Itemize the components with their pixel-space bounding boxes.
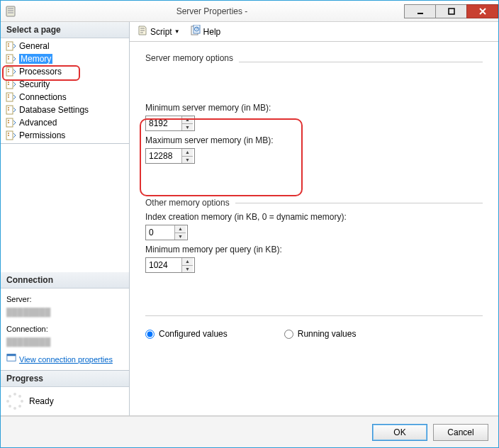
help-icon: ? bbox=[190, 25, 201, 38]
sidebar-page-processors[interactable]: Processors bbox=[1, 65, 129, 78]
maximize-button[interactable] bbox=[435, 4, 467, 18]
dialog-footer: OK Cancel bbox=[1, 416, 498, 447]
page-label: Memory bbox=[19, 54, 52, 64]
sidebar-page-general[interactable]: General bbox=[1, 40, 129, 52]
cancel-button[interactable]: Cancel bbox=[433, 424, 488, 441]
sidebar-page-advanced[interactable]: Advanced bbox=[1, 116, 129, 129]
min-memory-label: Minimum server memory (in MB): bbox=[145, 103, 483, 113]
svg-point-36 bbox=[21, 400, 23, 403]
svg-point-38 bbox=[13, 407, 16, 410]
page-label: Connections bbox=[19, 92, 67, 102]
svg-point-25 bbox=[8, 109, 9, 111]
spin-up-icon[interactable]: ▲ bbox=[182, 149, 193, 157]
connection-header: Connection bbox=[1, 272, 129, 289]
select-page-header: Select a page bbox=[1, 22, 129, 38]
dropdown-arrow-icon: ▼ bbox=[174, 28, 180, 35]
index-memory-label: Index creation memory (in KB, 0 = dynami… bbox=[145, 212, 483, 222]
configured-values-radio[interactable]: Configured values bbox=[145, 329, 228, 339]
spin-up-icon[interactable]: ▲ bbox=[182, 116, 193, 124]
svg-rect-8 bbox=[6, 42, 13, 50]
svg-point-40 bbox=[6, 400, 9, 403]
min-memory-input[interactable]: ▲▼ bbox=[145, 116, 195, 131]
svg-rect-26 bbox=[6, 118, 13, 127]
page-label: Advanced bbox=[19, 118, 57, 128]
index-memory-field[interactable] bbox=[146, 225, 174, 240]
max-memory-input[interactable]: ▲▼ bbox=[145, 148, 195, 164]
close-button[interactable] bbox=[466, 4, 498, 18]
svg-rect-2 bbox=[8, 10, 13, 11]
toolbar: Script ▼ ? Help bbox=[130, 22, 498, 42]
page-label: Database Settings bbox=[19, 105, 89, 115]
page-list: GeneralMemoryProcessorsSecurityConnectio… bbox=[1, 38, 129, 143]
script-button[interactable]: Script ▼ bbox=[134, 23, 183, 40]
app-icon bbox=[5, 6, 16, 17]
server-memory-header: Server memory options bbox=[145, 53, 233, 63]
max-memory-field[interactable] bbox=[146, 149, 181, 163]
svg-point-24 bbox=[8, 107, 9, 108]
spin-down-icon[interactable]: ▼ bbox=[182, 266, 193, 273]
minimize-button[interactable] bbox=[404, 4, 436, 18]
svg-rect-1 bbox=[8, 8, 13, 9]
index-memory-input[interactable]: ▲▼ bbox=[145, 225, 188, 240]
page-icon bbox=[5, 117, 16, 128]
svg-point-28 bbox=[8, 122, 9, 123]
svg-rect-23 bbox=[6, 106, 13, 114]
page-icon bbox=[5, 79, 16, 90]
svg-point-13 bbox=[8, 58, 9, 60]
svg-point-9 bbox=[8, 43, 9, 45]
sidebar-page-security[interactable]: Security bbox=[1, 78, 129, 91]
sidebar: Select a page GeneralMemoryProcessorsSec… bbox=[1, 22, 130, 415]
svg-point-35 bbox=[18, 395, 21, 398]
page-label: Permissions bbox=[19, 130, 65, 140]
view-connection-properties-link[interactable]: View connection properties bbox=[6, 352, 123, 366]
link-icon bbox=[6, 352, 16, 366]
server-label: Server: bbox=[6, 293, 123, 306]
page-icon bbox=[5, 130, 16, 141]
page-icon bbox=[5, 53, 16, 65]
min-query-memory-input[interactable]: ▲▼ bbox=[145, 257, 195, 273]
svg-point-31 bbox=[8, 135, 9, 136]
help-button[interactable]: ? Help bbox=[187, 23, 224, 40]
sidebar-page-permissions[interactable]: Permissions bbox=[1, 129, 129, 142]
main-panel: Script ▼ ? Help Server memory options Mi… bbox=[130, 22, 498, 415]
window-title: Server Properties - bbox=[19, 6, 405, 16]
sidebar-page-connections[interactable]: Connections bbox=[1, 91, 129, 103]
ok-button[interactable]: OK bbox=[372, 424, 427, 441]
page-label: Processors bbox=[19, 67, 62, 77]
svg-point-21 bbox=[8, 94, 9, 96]
spin-up-icon[interactable]: ▲ bbox=[175, 225, 186, 233]
spin-up-icon[interactable]: ▲ bbox=[182, 258, 193, 266]
progress-status: Ready bbox=[1, 387, 129, 415]
svg-point-12 bbox=[8, 56, 9, 57]
running-values-radio[interactable]: Running values bbox=[284, 329, 357, 339]
svg-rect-11 bbox=[6, 55, 13, 63]
svg-point-39 bbox=[9, 405, 11, 408]
min-query-memory-field[interactable] bbox=[146, 258, 181, 272]
min-query-memory-label: Minimum memory per query (in KB): bbox=[145, 245, 483, 254]
svg-point-27 bbox=[8, 120, 9, 121]
ready-label: Ready bbox=[29, 396, 54, 406]
spin-down-icon[interactable]: ▼ bbox=[182, 157, 193, 164]
svg-rect-3 bbox=[8, 12, 13, 13]
min-memory-field[interactable] bbox=[146, 116, 181, 130]
spin-down-icon[interactable]: ▼ bbox=[182, 124, 193, 131]
svg-point-30 bbox=[8, 133, 9, 134]
script-icon bbox=[137, 25, 148, 38]
progress-header: Progress bbox=[1, 371, 129, 387]
sidebar-page-memory[interactable]: Memory bbox=[1, 52, 129, 65]
titlebar[interactable]: Server Properties - bbox=[1, 1, 498, 22]
svg-point-19 bbox=[8, 84, 9, 85]
sidebar-page-database-settings[interactable]: Database Settings bbox=[1, 103, 129, 116]
page-icon bbox=[5, 104, 16, 116]
svg-rect-20 bbox=[6, 93, 13, 101]
server-value: ████████ bbox=[6, 306, 123, 318]
svg-rect-14 bbox=[6, 67, 13, 76]
spin-down-icon[interactable]: ▼ bbox=[175, 233, 186, 240]
other-memory-header: Other memory options bbox=[145, 198, 230, 208]
max-memory-label: Maximum server memory (in MB): bbox=[145, 135, 483, 145]
connection-info: Server: ████████ Connection: ████████ Vi… bbox=[1, 289, 129, 370]
svg-point-34 bbox=[13, 393, 16, 396]
connection-label: Connection: bbox=[6, 323, 123, 335]
svg-point-18 bbox=[8, 82, 9, 83]
svg-point-41 bbox=[9, 395, 11, 398]
